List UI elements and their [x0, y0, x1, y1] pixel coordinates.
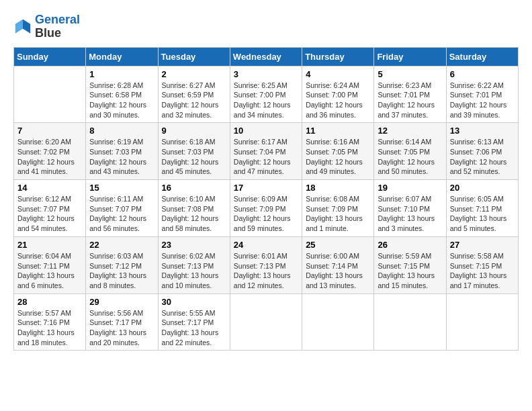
day-of-week-header: Thursday — [302, 47, 374, 66]
calendar-cell: 30Sunrise: 5:55 AM Sunset: 7:17 PM Dayli… — [158, 293, 230, 351]
calendar-cell — [230, 293, 302, 351]
calendar-cell: 5Sunrise: 6:23 AM Sunset: 7:01 PM Daylig… — [374, 66, 446, 123]
day-number: 15 — [89, 183, 154, 193]
day-detail: Sunrise: 6:09 AM Sunset: 7:09 PM Dayligh… — [234, 194, 298, 234]
day-detail: Sunrise: 6:19 AM Sunset: 7:03 PM Dayligh… — [89, 137, 154, 177]
day-number: 7 — [17, 126, 82, 136]
day-number: 6 — [450, 69, 515, 79]
day-number: 25 — [306, 240, 370, 250]
day-detail: Sunrise: 6:01 AM Sunset: 7:13 PM Dayligh… — [234, 251, 298, 291]
day-of-week-header: Monday — [86, 47, 158, 66]
day-number: 27 — [450, 240, 515, 250]
calendar-cell: 6Sunrise: 6:22 AM Sunset: 7:01 PM Daylig… — [446, 66, 518, 123]
day-number: 24 — [234, 240, 298, 250]
day-detail: Sunrise: 6:24 AM Sunset: 7:00 PM Dayligh… — [306, 81, 370, 120]
day-number: 19 — [378, 183, 442, 193]
day-detail: Sunrise: 6:18 AM Sunset: 7:03 PM Dayligh… — [162, 137, 226, 177]
day-detail: Sunrise: 6:20 AM Sunset: 7:02 PM Dayligh… — [17, 137, 82, 177]
day-detail: Sunrise: 5:59 AM Sunset: 7:15 PM Dayligh… — [378, 251, 442, 291]
day-detail: Sunrise: 6:11 AM Sunset: 7:07 PM Dayligh… — [89, 194, 154, 234]
calendar-cell: 2Sunrise: 6:27 AM Sunset: 6:59 PM Daylig… — [158, 66, 230, 123]
day-of-week-header: Sunday — [14, 47, 86, 66]
calendar-header-row: SundayMondayTuesdayWednesdayThursdayFrid… — [14, 47, 519, 66]
logo: General Blue — [13, 13, 80, 40]
logo-icon — [13, 17, 32, 36]
day-number: 26 — [378, 240, 442, 250]
day-detail: Sunrise: 6:02 AM Sunset: 7:13 PM Dayligh… — [162, 251, 226, 291]
day-detail: Sunrise: 6:10 AM Sunset: 7:08 PM Dayligh… — [162, 194, 226, 234]
day-detail: Sunrise: 6:28 AM Sunset: 6:58 PM Dayligh… — [89, 81, 154, 120]
calendar-table: SundayMondayTuesdayWednesdayThursdayFrid… — [13, 47, 519, 351]
day-number: 2 — [162, 69, 226, 79]
day-number: 11 — [306, 126, 370, 136]
day-number: 30 — [162, 297, 226, 307]
day-detail: Sunrise: 6:13 AM Sunset: 7:06 PM Dayligh… — [450, 137, 515, 177]
calendar-cell: 17Sunrise: 6:09 AM Sunset: 7:09 PM Dayli… — [230, 180, 302, 237]
day-detail: Sunrise: 6:08 AM Sunset: 7:09 PM Dayligh… — [306, 194, 370, 234]
calendar-cell: 12Sunrise: 6:14 AM Sunset: 7:05 PM Dayli… — [374, 123, 446, 180]
day-number: 14 — [17, 183, 82, 193]
calendar-cell — [14, 66, 86, 123]
day-number: 17 — [234, 183, 298, 193]
calendar-cell: 20Sunrise: 6:05 AM Sunset: 7:11 PM Dayli… — [446, 180, 518, 237]
day-number: 3 — [234, 69, 298, 79]
day-detail: Sunrise: 6:12 AM Sunset: 7:07 PM Dayligh… — [17, 194, 82, 234]
day-number: 20 — [450, 183, 515, 193]
calendar-week-row: 7Sunrise: 6:20 AM Sunset: 7:02 PM Daylig… — [14, 123, 519, 180]
calendar-week-row: 1Sunrise: 6:28 AM Sunset: 6:58 PM Daylig… — [14, 66, 519, 123]
day-of-week-header: Friday — [374, 47, 446, 66]
logo-text: General Blue — [35, 13, 80, 40]
calendar-cell: 9Sunrise: 6:18 AM Sunset: 7:03 PM Daylig… — [158, 123, 230, 180]
day-number: 16 — [162, 183, 226, 193]
day-detail: Sunrise: 6:00 AM Sunset: 7:14 PM Dayligh… — [306, 251, 370, 291]
day-of-week-header: Wednesday — [230, 47, 302, 66]
calendar-week-row: 28Sunrise: 5:57 AM Sunset: 7:16 PM Dayli… — [14, 293, 519, 351]
calendar-cell: 8Sunrise: 6:19 AM Sunset: 7:03 PM Daylig… — [86, 123, 158, 180]
calendar-cell: 1Sunrise: 6:28 AM Sunset: 6:58 PM Daylig… — [86, 66, 158, 123]
day-detail: Sunrise: 6:07 AM Sunset: 7:10 PM Dayligh… — [378, 194, 442, 234]
calendar-cell: 13Sunrise: 6:13 AM Sunset: 7:06 PM Dayli… — [446, 123, 518, 180]
calendar-cell: 16Sunrise: 6:10 AM Sunset: 7:08 PM Dayli… — [158, 180, 230, 237]
day-number: 18 — [306, 183, 370, 193]
day-number: 1 — [89, 69, 154, 79]
day-detail: Sunrise: 6:25 AM Sunset: 7:00 PM Dayligh… — [234, 81, 298, 120]
day-number: 28 — [17, 297, 82, 307]
day-number: 23 — [162, 240, 226, 250]
day-detail: Sunrise: 5:55 AM Sunset: 7:17 PM Dayligh… — [162, 308, 226, 348]
day-detail: Sunrise: 6:22 AM Sunset: 7:01 PM Dayligh… — [450, 81, 515, 120]
calendar-cell: 18Sunrise: 6:08 AM Sunset: 7:09 PM Dayli… — [302, 180, 374, 237]
day-number: 10 — [234, 126, 298, 136]
day-number: 21 — [17, 240, 82, 250]
day-detail: Sunrise: 6:27 AM Sunset: 6:59 PM Dayligh… — [162, 81, 226, 120]
svg-marker-1 — [15, 19, 23, 34]
calendar-cell: 7Sunrise: 6:20 AM Sunset: 7:02 PM Daylig… — [14, 123, 86, 180]
day-detail: Sunrise: 6:16 AM Sunset: 7:05 PM Dayligh… — [306, 137, 370, 177]
calendar-cell: 23Sunrise: 6:02 AM Sunset: 7:13 PM Dayli… — [158, 236, 230, 293]
day-detail: Sunrise: 5:56 AM Sunset: 7:17 PM Dayligh… — [89, 308, 154, 348]
day-detail: Sunrise: 5:57 AM Sunset: 7:16 PM Dayligh… — [17, 308, 82, 348]
day-detail: Sunrise: 6:03 AM Sunset: 7:12 PM Dayligh… — [89, 251, 154, 291]
page-header: General Blue — [13, 13, 519, 40]
day-number: 29 — [89, 297, 154, 307]
calendar-cell: 14Sunrise: 6:12 AM Sunset: 7:07 PM Dayli… — [14, 180, 86, 237]
calendar-cell: 28Sunrise: 5:57 AM Sunset: 7:16 PM Dayli… — [14, 293, 86, 351]
day-number: 13 — [450, 126, 515, 136]
calendar-cell: 19Sunrise: 6:07 AM Sunset: 7:10 PM Dayli… — [374, 180, 446, 237]
day-number: 9 — [162, 126, 226, 136]
calendar-cell: 22Sunrise: 6:03 AM Sunset: 7:12 PM Dayli… — [86, 236, 158, 293]
calendar-cell — [446, 293, 518, 351]
calendar-cell: 25Sunrise: 6:00 AM Sunset: 7:14 PM Dayli… — [302, 236, 374, 293]
calendar-cell: 11Sunrise: 6:16 AM Sunset: 7:05 PM Dayli… — [302, 123, 374, 180]
day-number: 22 — [89, 240, 154, 250]
calendar-cell: 27Sunrise: 5:58 AM Sunset: 7:15 PM Dayli… — [446, 236, 518, 293]
day-number: 12 — [378, 126, 442, 136]
calendar-cell — [374, 293, 446, 351]
calendar-cell: 15Sunrise: 6:11 AM Sunset: 7:07 PM Dayli… — [86, 180, 158, 237]
calendar-week-row: 14Sunrise: 6:12 AM Sunset: 7:07 PM Dayli… — [14, 180, 519, 237]
day-of-week-header: Saturday — [446, 47, 518, 66]
calendar-cell: 3Sunrise: 6:25 AM Sunset: 7:00 PM Daylig… — [230, 66, 302, 123]
calendar-cell: 29Sunrise: 5:56 AM Sunset: 7:17 PM Dayli… — [86, 293, 158, 351]
calendar-cell: 24Sunrise: 6:01 AM Sunset: 7:13 PM Dayli… — [230, 236, 302, 293]
calendar-cell — [302, 293, 374, 351]
day-detail: Sunrise: 6:17 AM Sunset: 7:04 PM Dayligh… — [234, 137, 298, 177]
